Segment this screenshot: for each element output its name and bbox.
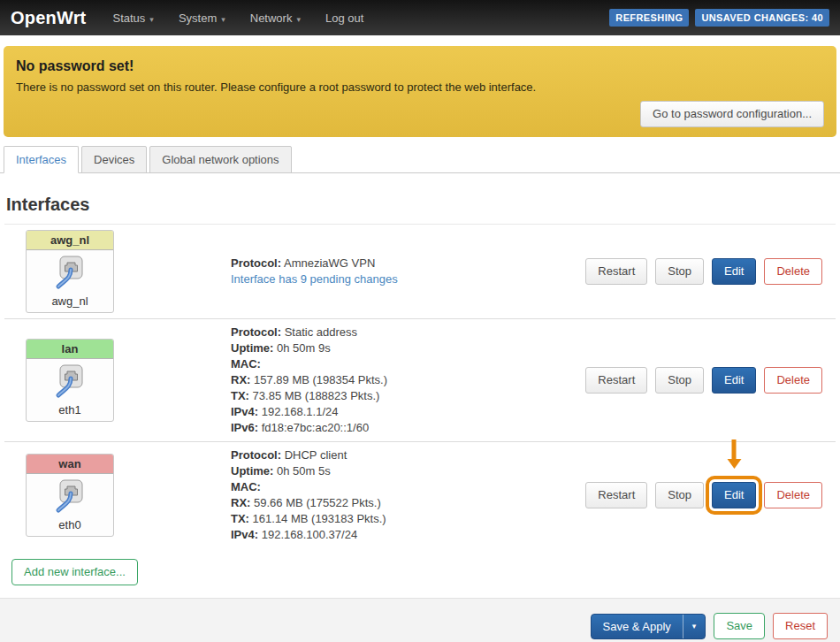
restart-button[interactable]: Restart (585, 367, 647, 394)
wan-edit-button[interactable]: Edit (712, 482, 756, 508)
pending-changes-link[interactable]: Interface has 9 pending changes (231, 271, 585, 287)
menu-status[interactable]: Status▾ (112, 11, 153, 25)
detail-line: Protocol: AmneziaWG VPN (231, 256, 585, 271)
detail-line: MAC: (231, 356, 585, 372)
menu-logout[interactable]: Log out (325, 11, 363, 25)
detail-line: Uptime: 0h 50m 9s (231, 340, 585, 356)
go-to-password-config-button[interactable]: Go to password configuration... (640, 101, 824, 127)
refreshing-badge: REFRESHING (609, 9, 689, 27)
alert-title: No password set! (16, 58, 824, 74)
detail-line: IPv4: 192.168.1.1/24 (231, 404, 585, 420)
unsaved-changes-badge[interactable]: UNSAVED CHANGES: 40 (695, 9, 829, 27)
interface-status-box: awg_nl awg_nl (26, 230, 114, 313)
interface-status-box: lan eth1 (26, 339, 114, 422)
interface-row-awg-nl: awg_nl awg_nl Protocol: AmneziaWG VPN In… (4, 225, 836, 318)
save-apply-button[interactable]: Save & Apply (592, 615, 683, 638)
add-new-interface-button[interactable]: Add new interface... (11, 559, 138, 585)
save-button[interactable]: Save (714, 613, 765, 639)
chevron-down-icon: ▾ (221, 15, 225, 24)
top-navbar: OpenWrt Status▾ System▾ Network▾ Log out… (0, 0, 840, 35)
detail-line: Protocol: Static address (231, 325, 585, 340)
ethernet-port-icon (52, 363, 88, 399)
interface-zone-header: awg_nl (27, 231, 113, 250)
openwrt-logo: OpenWrt (11, 8, 86, 28)
alert-message: There is no password set on this router.… (16, 80, 824, 94)
edit-button[interactable]: Edit (712, 367, 756, 394)
interface-row-wan: wan eth0 Protocol: DHCP client Uptime: 0… (4, 441, 836, 548)
detail-line: MAC: (231, 479, 585, 495)
interface-status-box: wan eth0 (26, 454, 114, 537)
page-title: Interfaces (4, 195, 836, 225)
chevron-down-icon: ▾ (149, 15, 154, 24)
tab-interfaces[interactable]: Interfaces (4, 146, 79, 173)
stop-button[interactable]: Stop (655, 482, 704, 508)
interface-device-label: awg_nl (30, 294, 110, 308)
restart-button[interactable]: Restart (585, 482, 647, 508)
footer-action-bar: Save & Apply ▾ Save Reset (0, 598, 840, 642)
stop-button[interactable]: Stop (655, 367, 704, 394)
tab-global-network-options[interactable]: Global network options (149, 146, 291, 173)
ethernet-port-icon (52, 255, 88, 290)
interface-device-label: eth0 (30, 518, 110, 531)
delete-button[interactable]: Delete (764, 482, 822, 508)
detail-line: IPv4: 192.168.100.37/24 (231, 527, 585, 543)
no-password-alert: No password set! There is no password se… (4, 46, 836, 137)
chevron-down-icon: ▾ (692, 622, 697, 631)
detail-line: IPv6: fd18:e7bc:ac20::1/60 (231, 420, 585, 436)
stop-button[interactable]: Stop (655, 258, 704, 285)
detail-line: Uptime: 0h 50m 5s (231, 463, 585, 479)
restart-button[interactable]: Restart (585, 258, 647, 285)
detail-line: RX: 157.89 MB (198354 Pkts.) (231, 372, 585, 388)
detail-line: TX: 73.85 MB (188823 Pkts.) (231, 388, 585, 404)
save-apply-dropdown-toggle[interactable]: ▾ (683, 615, 706, 638)
detail-line: Protocol: DHCP client (231, 447, 585, 463)
network-tabs: Interfaces Devices Global network option… (0, 146, 840, 173)
interface-device-label: eth1 (30, 403, 110, 417)
detail-line: TX: 161.14 MB (193183 Pkts.) (231, 511, 585, 527)
delete-button[interactable]: Delete (764, 367, 822, 394)
interface-zone-header: lan (27, 340, 113, 359)
delete-button[interactable]: Delete (764, 258, 822, 285)
interface-zone-header: wan (27, 455, 113, 474)
save-apply-split-button: Save & Apply ▾ (591, 614, 706, 639)
menu-network[interactable]: Network▾ (250, 11, 301, 25)
tab-devices[interactable]: Devices (81, 146, 147, 173)
reset-button[interactable]: Reset (773, 613, 828, 639)
annotation-arrow (732, 439, 737, 459)
interface-row-lan: lan eth1 Protocol: Static address Uptime… (4, 318, 836, 441)
chevron-down-icon: ▾ (296, 15, 301, 24)
edit-button[interactable]: Edit (712, 258, 756, 285)
detail-line: RX: 59.66 MB (175522 Pkts.) (231, 495, 585, 511)
menu-system[interactable]: System▾ (179, 11, 225, 25)
ethernet-port-icon (52, 478, 88, 514)
